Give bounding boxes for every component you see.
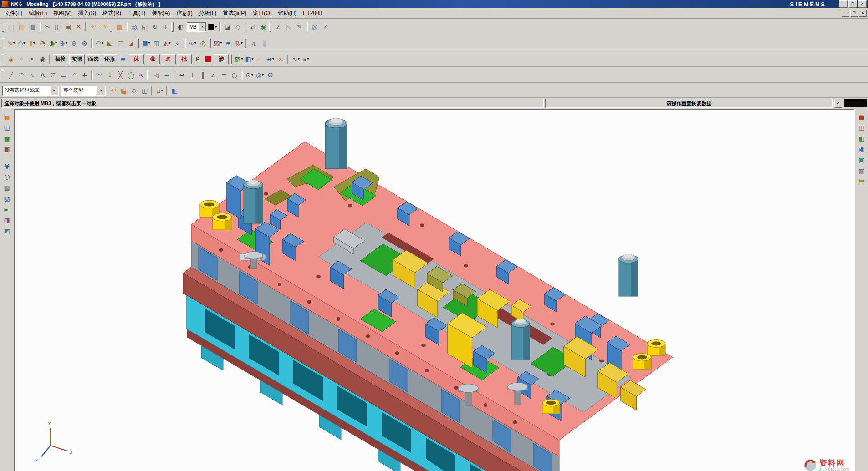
draft-icon[interactable]: ◢: [126, 38, 136, 48]
copy-icon[interactable]: ◫: [52, 22, 63, 32]
toolbar-grip[interactable]: [269, 22, 271, 32]
minimize-button[interactable]: –: [839, 0, 848, 8]
snapshot-icon[interactable]: ◫: [139, 86, 150, 96]
roles-icon[interactable]: ▦: [857, 111, 867, 122]
menu-item[interactable]: 工具(T): [124, 9, 148, 18]
intersect-curve-icon[interactable]: ╳: [115, 70, 126, 80]
menu-item[interactable]: 信息(I): [173, 9, 195, 18]
red-swatch-button[interactable]: [203, 54, 213, 64]
assembly-constraint-icon[interactable]: ⊥: [255, 54, 265, 64]
restore-button[interactable]: 还原: [102, 54, 117, 64]
fit-view-icon[interactable]: ◱: [139, 22, 150, 32]
dropdown-arrow-icon[interactable]: ▾: [220, 41, 222, 45]
shaded-view-icon[interactable]: ◐: [175, 22, 186, 32]
toolbar-grip[interactable]: [147, 70, 149, 80]
toolbar-grip[interactable]: [171, 22, 174, 32]
select-all-icon[interactable]: ▦: [118, 86, 129, 96]
wave-link-icon[interactable]: ∿▾: [291, 54, 301, 64]
extend-icon[interactable]: →: [162, 70, 172, 80]
dropdown-arrow-icon[interactable]: ▾: [307, 57, 309, 61]
hole-icon[interactable]: ◉▾: [48, 38, 58, 48]
zoom-icon[interactable]: ◎: [129, 22, 139, 32]
wireframe-icon[interactable]: ◇: [233, 22, 243, 32]
notes-icon[interactable]: ▤: [857, 177, 867, 187]
system-windows-icon[interactable]: ◫: [857, 122, 867, 132]
menu-item[interactable]: 窗口(O): [250, 9, 275, 18]
measure-icon[interactable]: ∠: [273, 22, 284, 32]
menu-item[interactable]: 文件(F): [1, 9, 26, 18]
blend-icon[interactable]: ◠▾: [94, 38, 105, 48]
dropdown-arrow-icon[interactable]: ▾: [168, 41, 170, 45]
prev-filter-icon[interactable]: ↶: [108, 86, 118, 96]
palette-icon[interactable]: ▣: [857, 155, 867, 165]
selection-filter-arrow-icon[interactable]: ▼: [50, 86, 58, 95]
batch-button[interactable]: 批: [177, 54, 192, 64]
sew-icon[interactable]: ◬: [172, 38, 183, 48]
toolbar-grip[interactable]: [230, 54, 232, 64]
dropdown-arrow-icon[interactable]: ▾: [66, 41, 67, 45]
menu-item[interactable]: 首选项(P): [220, 9, 250, 18]
revolve-icon[interactable]: ◔: [37, 38, 48, 48]
dropdown-arrow-icon[interactable]: ▾: [33, 41, 35, 45]
annotation-icon[interactable]: ✎: [294, 22, 305, 32]
dropdown-arrow-icon[interactable]: ▾: [251, 73, 253, 77]
expression-icon[interactable]: ≡: [223, 38, 234, 48]
unite-icon[interactable]: ⊕▾: [58, 38, 69, 48]
toolbar-grip[interactable]: [2, 54, 4, 64]
dropdown-arrow-icon[interactable]: ▾: [55, 41, 57, 45]
dropdown-arrow-icon[interactable]: ▾: [148, 41, 150, 45]
close-button[interactable]: ×: [858, 0, 867, 8]
project-curve-icon[interactable]: ↓: [105, 70, 115, 80]
selection-filter-combo[interactable]: 没有选择过滤器 ▼: [2, 86, 59, 96]
curve-bars-icon[interactable]: ≡: [118, 54, 128, 64]
snap-point-icon[interactable]: ◈: [6, 54, 16, 64]
toolbar-grip[interactable]: [2, 22, 4, 32]
sequence-icon[interactable]: ▸▾: [301, 54, 311, 64]
dropdown-arrow-icon[interactable]: ▾: [161, 88, 163, 92]
toolbar-grip[interactable]: [209, 38, 211, 48]
menu-item[interactable]: 视图(V): [50, 9, 75, 18]
constraint-navigator-icon[interactable]: ◫: [2, 122, 12, 132]
end-point-icon[interactable]: ◦: [16, 54, 27, 64]
dropdown-arrow-icon[interactable]: ▾: [272, 57, 274, 61]
touch-panel-icon[interactable]: ◧: [857, 133, 867, 143]
deviation-icon[interactable]: ∥: [259, 38, 270, 48]
help-icon[interactable]: ?: [320, 22, 330, 32]
undo-icon[interactable]: ↶: [88, 22, 99, 32]
history-palette-icon[interactable]: ◷: [2, 172, 12, 182]
add-component-icon[interactable]: ◧▾: [244, 54, 255, 64]
rest-button[interactable]: 休: [129, 54, 144, 64]
paste-icon[interactable]: ▣: [63, 22, 73, 32]
sketch-icon[interactable]: ✎▾: [6, 38, 16, 48]
text-icon[interactable]: A: [37, 70, 48, 80]
materials-icon[interactable]: ◨: [2, 215, 12, 225]
tangent-icon[interactable]: ○: [229, 70, 240, 80]
parallel-icon[interactable]: ∥: [198, 70, 208, 80]
dropdown-arrow-icon[interactable]: ▾: [194, 41, 196, 45]
mirror-icon[interactable]: ◫: [151, 38, 162, 48]
p-tool-icon[interactable]: P: [192, 54, 203, 64]
selection-scope-combo[interactable]: 整个装配 ▼: [61, 86, 106, 96]
selection-scope-arrow-icon[interactable]: ▼: [97, 86, 105, 95]
dropdown-arrow-icon[interactable]: ▾: [23, 41, 25, 45]
dropdown-arrow-icon[interactable]: ▾: [13, 41, 15, 45]
interference-button[interactable]: 涉: [214, 54, 229, 64]
show-hide-icon[interactable]: ◉: [258, 22, 269, 32]
menu-item[interactable]: 装配(A): [148, 9, 173, 18]
concentric-icon[interactable]: ◎▾: [255, 70, 265, 80]
dropdown-arrow-icon[interactable]: ▾: [215, 25, 217, 29]
name-button[interactable]: 名: [161, 54, 176, 64]
refresh-icon[interactable]: ↻: [150, 22, 160, 32]
menu-item[interactable]: ET2008: [300, 9, 325, 17]
ruler-icon[interactable]: ◺: [284, 22, 294, 32]
toolbar-grip[interactable]: [137, 38, 139, 48]
open-file-icon[interactable]: ▥: [16, 22, 27, 32]
toolbar-grip[interactable]: [2, 70, 4, 80]
fillet-icon[interactable]: ◜: [69, 70, 79, 80]
move-object-icon[interactable]: ⇄: [248, 22, 258, 32]
tube-icon[interactable]: ◎: [198, 38, 208, 48]
wcs-icon[interactable]: ◧: [169, 86, 180, 96]
assembly-load-icon[interactable]: ▧▾: [234, 54, 244, 64]
face-select-button[interactable]: 面选: [86, 54, 101, 64]
delete-icon[interactable]: ✕: [73, 22, 84, 32]
